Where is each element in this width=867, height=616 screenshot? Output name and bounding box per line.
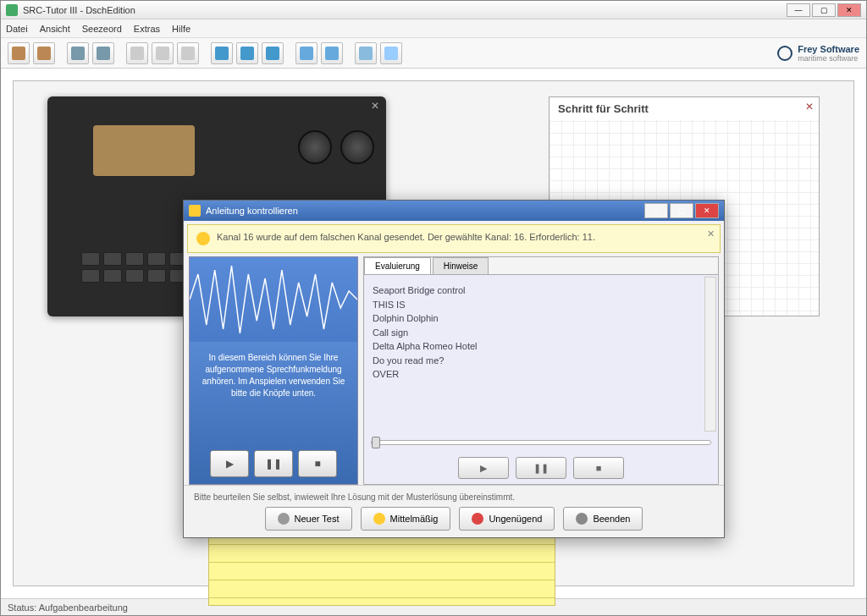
help-icon bbox=[384, 47, 398, 60]
toolbar-btn-2[interactable] bbox=[33, 42, 55, 64]
hint-close-icon[interactable]: ✕ bbox=[707, 228, 715, 239]
playback-slider[interactable] bbox=[364, 433, 718, 452]
toolbar-btn-1[interactable] bbox=[8, 42, 30, 64]
transcript-line: Do you read me? bbox=[373, 354, 710, 368]
scrollbar[interactable] bbox=[704, 277, 716, 432]
eval-stop-button[interactable]: ■ bbox=[573, 457, 624, 479]
radio-key[interactable] bbox=[103, 269, 122, 283]
transcript-line: Seaport Bridge control bbox=[373, 283, 710, 298]
toolbar-btn-5[interactable] bbox=[126, 42, 148, 64]
radio-display bbox=[93, 125, 195, 176]
toolbar-btn-9[interactable] bbox=[236, 42, 258, 64]
separator bbox=[118, 42, 123, 64]
toolbar-btn-13[interactable] bbox=[355, 42, 377, 64]
bad-label: Ungenügend bbox=[489, 514, 542, 524]
dialog-maximize-button[interactable]: ▢ bbox=[670, 203, 693, 218]
radio-key[interactable] bbox=[125, 252, 144, 266]
panel-close-icon[interactable]: ✕ bbox=[369, 100, 381, 112]
evaluation-dialog: Anleitung kontrollieren — ▢ ✕ Kanal 16 w… bbox=[183, 200, 725, 538]
repeat-label: Neuer Test bbox=[295, 514, 340, 524]
toolbar-btn-12[interactable] bbox=[321, 42, 343, 64]
minimize-button[interactable]: — bbox=[787, 3, 810, 17]
close-label: Beenden bbox=[593, 514, 630, 524]
toolbar-btn-14[interactable] bbox=[380, 42, 402, 64]
titlebar: SRC-Tutor III - DschEdition — ▢ ✕ bbox=[1, 1, 866, 19]
tab-evaluierung[interactable]: Evaluierung bbox=[364, 257, 431, 274]
tab-hinweise[interactable]: Hinweise bbox=[433, 257, 489, 274]
toolbar-btn-7[interactable] bbox=[177, 42, 199, 64]
close-dialog-button[interactable]: Beenden bbox=[563, 507, 643, 531]
smile-icon bbox=[373, 513, 385, 525]
radio-key[interactable] bbox=[103, 252, 122, 266]
play-button[interactable]: ▶ bbox=[210, 450, 249, 477]
menubar: Datei Ansicht Seezeord Extras Hilfe bbox=[1, 19, 866, 38]
map-icon bbox=[266, 47, 279, 60]
maximize-button[interactable]: ▢ bbox=[812, 3, 836, 17]
radio-key[interactable] bbox=[147, 269, 166, 283]
window-controls: — ▢ ✕ bbox=[787, 3, 861, 17]
pause-button[interactable]: ❚❚ bbox=[254, 450, 293, 477]
ok-button[interactable]: Mittelmäßig bbox=[361, 507, 451, 531]
dialog-icon bbox=[189, 205, 201, 217]
eval-playback-controls: ▶ ❚❚ ■ bbox=[364, 452, 718, 484]
separator bbox=[202, 42, 207, 64]
page-icon bbox=[156, 47, 169, 60]
eval-pause-button[interactable]: ❚❚ bbox=[516, 457, 566, 479]
lightbulb-icon bbox=[196, 232, 210, 245]
volume-knob[interactable] bbox=[298, 130, 332, 164]
waveform bbox=[190, 257, 357, 342]
transcript-line: Dolphin Dolphin bbox=[373, 311, 710, 326]
brand-label: Frey Software bbox=[798, 44, 859, 54]
close-button[interactable]: ✕ bbox=[837, 3, 861, 17]
toolbar-btn-3[interactable] bbox=[67, 42, 89, 64]
menu-datei[interactable]: Datei bbox=[6, 24, 28, 34]
globe-icon bbox=[325, 47, 339, 60]
toolbar-btn-4[interactable] bbox=[92, 42, 114, 64]
frown-icon bbox=[472, 513, 483, 525]
panel-close-icon[interactable]: ✕ bbox=[805, 101, 814, 113]
audio-controls: ▶ ❚❚ ■ bbox=[190, 443, 357, 484]
steps-title: Schritt für Schritt bbox=[549, 97, 819, 120]
toolbar-btn-11[interactable] bbox=[295, 42, 318, 64]
separator bbox=[58, 42, 64, 64]
radio-key[interactable] bbox=[81, 269, 100, 283]
device-icon bbox=[71, 47, 85, 60]
window-title: SRC-Tutor III - DschEdition bbox=[23, 5, 787, 15]
toolbar-btn-8[interactable] bbox=[211, 42, 233, 64]
eval-play-button[interactable]: ▶ bbox=[458, 457, 509, 479]
dialog-title: Anleitung kontrollieren bbox=[206, 206, 644, 216]
squelch-knob[interactable] bbox=[340, 130, 374, 164]
workspace: ✕ ✕ Schritt für Schritt Anl bbox=[1, 69, 866, 598]
dialog-body: In diesem Bereich können Sie Ihre aufgen… bbox=[184, 256, 724, 485]
x-icon bbox=[576, 513, 588, 525]
bad-button[interactable]: Ungenügend bbox=[459, 507, 555, 531]
stop-button[interactable]: ■ bbox=[298, 450, 337, 477]
separator bbox=[287, 42, 292, 64]
repeat-button[interactable]: Neuer Test bbox=[265, 507, 352, 531]
map-icon bbox=[215, 47, 229, 60]
menu-hilfe[interactable]: Hilfe bbox=[172, 24, 191, 34]
eval-tabs: Evaluierung Hinweise bbox=[364, 257, 718, 275]
main-window: SRC-Tutor III - DschEdition — ▢ ✕ Datei … bbox=[0, 0, 867, 616]
menu-ansicht[interactable]: Ansicht bbox=[40, 24, 70, 34]
audio-instructions: In diesem Bereich können Sie Ihre aufgen… bbox=[190, 342, 357, 443]
separator bbox=[346, 42, 351, 64]
slider-thumb[interactable] bbox=[372, 437, 380, 448]
radio-key[interactable] bbox=[81, 252, 100, 266]
menu-seezeord[interactable]: Seezeord bbox=[82, 24, 122, 34]
brand-icon bbox=[777, 46, 792, 61]
radio-key[interactable] bbox=[125, 269, 144, 283]
hint-banner: Kanal 16 wurde auf dem falschen Kanal ge… bbox=[187, 224, 721, 253]
menu-extras[interactable]: Extras bbox=[134, 24, 160, 34]
toolbar-btn-10[interactable] bbox=[262, 42, 284, 64]
hint-text: Kanal 16 wurde auf dem falschen Kanal ge… bbox=[217, 232, 595, 245]
radio-key[interactable] bbox=[147, 252, 166, 266]
dialog-minimize-button[interactable]: — bbox=[644, 203, 668, 218]
toolbar-btn-6[interactable] bbox=[152, 42, 174, 64]
globe-icon bbox=[300, 47, 313, 60]
eval-transcript: Seaport Bridge control THIS IS Dolphin D… bbox=[364, 275, 718, 433]
brand-sublabel: maritime software bbox=[798, 54, 859, 63]
transcript-line: THIS IS bbox=[373, 298, 710, 312]
flag-icon bbox=[359, 47, 373, 60]
dialog-close-button[interactable]: ✕ bbox=[695, 203, 719, 218]
